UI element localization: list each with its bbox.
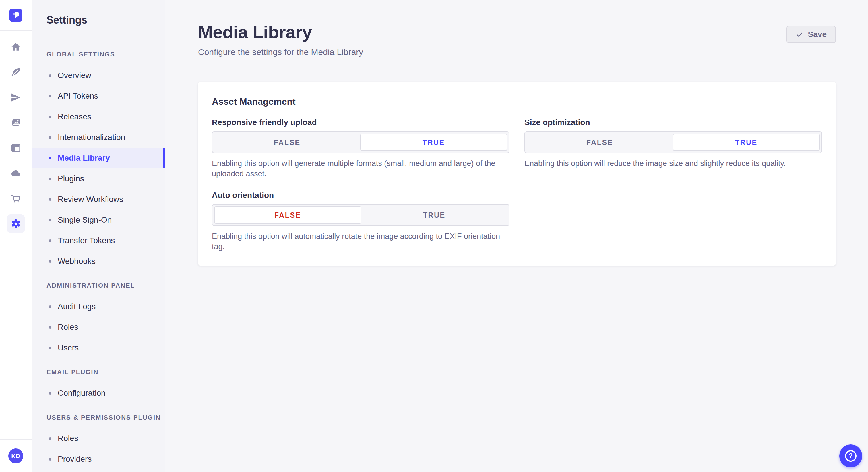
sidebar-item-transfer-tokens[interactable]: Transfer Tokens xyxy=(32,230,165,251)
sidebar-item-label: Roles xyxy=(58,323,79,332)
sidebar-item-users[interactable]: Users xyxy=(32,338,165,358)
size-optimization-toggle: FALSE TRUE xyxy=(524,131,822,153)
nav-marketplace-button[interactable] xyxy=(7,189,25,208)
sidebar-item-webhooks[interactable]: Webhooks xyxy=(32,251,165,272)
page-header-text: Media Library Configure the settings for… xyxy=(198,22,363,58)
bullet-icon xyxy=(49,136,51,139)
sidebar-item-label: Users xyxy=(58,343,79,352)
sidebar-title-divider xyxy=(46,36,60,36)
toggle-option-true[interactable]: TRUE xyxy=(673,134,820,151)
sidebar-item-roles[interactable]: Roles xyxy=(32,317,165,338)
rail-footer: KD xyxy=(0,439,32,472)
toggle-option-true[interactable]: TRUE xyxy=(360,134,507,151)
layout-icon xyxy=(10,142,21,154)
nav-content-type-builder-button[interactable] xyxy=(7,139,25,157)
field-hint: Enabling this option will automatically … xyxy=(212,231,509,252)
nav-releases-button[interactable] xyxy=(7,88,25,107)
sidebar-item-label: Providers xyxy=(58,454,92,464)
bullet-icon xyxy=(49,347,51,349)
user-avatar[interactable]: KD xyxy=(8,448,23,463)
toggle-option-true[interactable]: TRUE xyxy=(361,206,507,224)
strapi-logo-icon xyxy=(9,9,22,22)
sidebar-item-list: Audit LogsRolesUsers xyxy=(32,296,165,358)
sidebar-item-list: Configuration xyxy=(32,383,165,403)
sidebar-section-label: ADMINISTRATION PANEL xyxy=(32,282,165,289)
main-content: Media Library Configure the settings for… xyxy=(166,0,868,472)
sidebar-item-internationalization[interactable]: Internationalization xyxy=(32,127,165,148)
strapi-logo[interactable] xyxy=(9,9,22,22)
bullet-icon xyxy=(49,437,51,440)
settings-gear-icon xyxy=(10,218,21,229)
rail-nav xyxy=(7,31,25,233)
sidebar-section-email-plugin: EMAIL PLUGINConfiguration xyxy=(32,369,165,403)
settings-sidebar: Settings GLOBAL SETTINGSOverviewAPI Toke… xyxy=(32,0,165,472)
nav-content-button[interactable] xyxy=(7,63,25,81)
help-fab[interactable]: ? xyxy=(839,444,862,467)
nav-settings-button[interactable] xyxy=(7,214,25,233)
page-subtitle: Configure the settings for the Media Lib… xyxy=(198,46,363,58)
sidebar-section-global-settings: GLOBAL SETTINGSOverviewAPI TokensRelease… xyxy=(32,51,165,272)
sidebar-item-review-workflows[interactable]: Review Workflows xyxy=(32,189,165,210)
sidebar-item-label: Single Sign-On xyxy=(58,215,112,225)
settings-grid: Responsive friendly upload FALSE TRUE En… xyxy=(212,117,822,252)
toggle-option-false[interactable]: FALSE xyxy=(214,134,360,151)
sidebar-item-label: Audit Logs xyxy=(58,302,96,311)
sidebar-item-label: Webhooks xyxy=(58,257,96,266)
sidebar-title: Settings xyxy=(32,14,165,26)
cloud-icon xyxy=(10,168,21,179)
nav-home-button[interactable] xyxy=(7,38,25,56)
sidebar-item-api-tokens[interactable]: API Tokens xyxy=(32,86,165,106)
sidebar-item-configuration[interactable]: Configuration xyxy=(32,383,165,403)
sidebar-item-label: Roles xyxy=(58,434,79,443)
sidebar-item-media-library[interactable]: Media Library xyxy=(32,148,165,168)
sidebar-section-label: GLOBAL SETTINGS xyxy=(32,51,165,58)
sidebar-item-roles[interactable]: Roles xyxy=(32,428,165,449)
user-initials: KD xyxy=(11,452,20,460)
feather-icon xyxy=(10,67,21,78)
sidebar-item-list: RolesProviders xyxy=(32,428,165,469)
sidebar-sections: GLOBAL SETTINGSOverviewAPI TokensRelease… xyxy=(32,51,165,469)
responsive-friendly-upload-toggle: FALSE TRUE xyxy=(212,131,509,153)
home-icon xyxy=(10,42,21,53)
sidebar-item-overview[interactable]: Overview xyxy=(32,65,165,86)
bullet-icon xyxy=(49,392,51,395)
sidebar-item-list: OverviewAPI TokensReleasesInternationali… xyxy=(32,65,165,272)
auto-orientation-toggle: FALSE TRUE xyxy=(212,204,509,226)
nav-deploy-button[interactable] xyxy=(7,164,25,182)
field-hint: Enabling this option will generate multi… xyxy=(212,158,509,179)
sidebar-section-label: EMAIL PLUGIN xyxy=(32,369,165,376)
bullet-icon xyxy=(49,157,51,160)
save-button[interactable]: Save xyxy=(786,26,836,43)
field-label: Auto orientation xyxy=(212,191,509,200)
sidebar-item-single-sign-on[interactable]: Single Sign-On xyxy=(32,210,165,230)
sidebar-section-users-permissions-plugin: USERS & PERMISSIONS PLUGINRolesProviders xyxy=(32,414,165,469)
bullet-icon xyxy=(49,74,51,77)
field-label: Responsive friendly upload xyxy=(212,117,509,127)
field-auto-orientation: Auto orientation FALSE TRUE Enabling thi… xyxy=(212,191,509,252)
cart-icon xyxy=(10,193,21,204)
nav-media-button[interactable] xyxy=(7,113,25,132)
sidebar-item-label: Configuration xyxy=(58,389,105,398)
page-title: Media Library xyxy=(198,22,363,42)
sidebar-item-audit-logs[interactable]: Audit Logs xyxy=(32,296,165,317)
bullet-icon xyxy=(49,115,51,118)
bullet-icon xyxy=(49,458,51,461)
bullet-icon xyxy=(49,177,51,180)
field-hint: Enabling this option will reduce the ima… xyxy=(524,158,822,169)
question-mark-icon: ? xyxy=(845,450,857,462)
bullet-icon xyxy=(49,305,51,308)
sidebar-item-plugins[interactable]: Plugins xyxy=(32,168,165,189)
field-label: Size optimization xyxy=(524,117,822,127)
icon-rail: KD xyxy=(0,0,32,472)
paper-plane-icon xyxy=(10,92,21,103)
bullet-icon xyxy=(49,239,51,242)
toggle-option-false[interactable]: FALSE xyxy=(214,206,361,224)
sidebar-item-providers[interactable]: Providers xyxy=(32,449,165,469)
bullet-icon xyxy=(49,260,51,263)
sidebar-item-releases[interactable]: Releases xyxy=(32,106,165,127)
sidebar-item-label: Media Library xyxy=(58,154,110,163)
sidebar-item-label: API Tokens xyxy=(58,92,98,101)
toggle-option-false[interactable]: FALSE xyxy=(527,134,673,151)
asset-management-card: Asset Management Responsive friendly upl… xyxy=(198,82,836,266)
sidebar-item-label: Releases xyxy=(58,112,91,121)
